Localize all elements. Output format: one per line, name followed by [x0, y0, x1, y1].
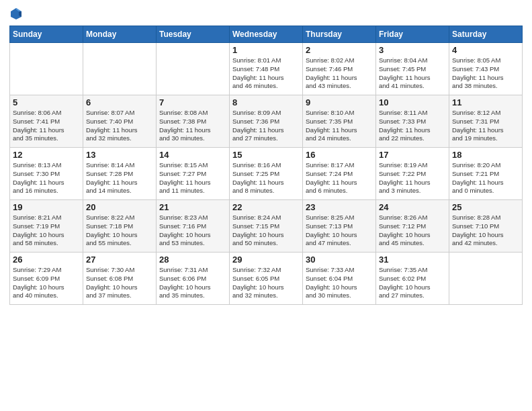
header: [9, 7, 523, 20]
day-number: 18: [452, 150, 519, 160]
day-info: Sunrise: 7:33 AM Sunset: 6:04 PM Dayligh…: [306, 266, 373, 300]
calendar-cell: [157, 43, 230, 95]
day-number: 1: [232, 45, 300, 55]
day-number: 31: [379, 255, 446, 265]
day-info: Sunrise: 7:31 AM Sunset: 6:06 PM Dayligh…: [159, 266, 226, 300]
day-info: Sunrise: 8:11 AM Sunset: 7:33 PM Dayligh…: [379, 109, 446, 143]
calendar-cell: 21Sunrise: 8:23 AM Sunset: 7:16 PM Dayli…: [157, 200, 230, 253]
day-number: 23: [306, 202, 373, 212]
day-number: 29: [232, 255, 300, 265]
day-info: Sunrise: 8:02 AM Sunset: 7:46 PM Dayligh…: [306, 56, 373, 91]
week-row-2: 5Sunrise: 8:06 AM Sunset: 7:41 PM Daylig…: [10, 95, 523, 148]
day-info: Sunrise: 8:22 AM Sunset: 7:18 PM Dayligh…: [86, 214, 153, 248]
day-info: Sunrise: 8:28 AM Sunset: 7:10 PM Dayligh…: [452, 214, 519, 248]
calendar-cell: 22Sunrise: 8:24 AM Sunset: 7:15 PM Dayli…: [230, 200, 303, 253]
day-number: 6: [86, 97, 153, 107]
day-number: 21: [159, 202, 226, 212]
day-number: 8: [232, 97, 300, 107]
day-number: 26: [13, 255, 80, 265]
day-info: Sunrise: 8:13 AM Sunset: 7:30 PM Dayligh…: [13, 161, 80, 195]
logo: [9, 7, 26, 20]
calendar-header-row: SundayMondayTuesdayWednesdayThursdayFrid…: [10, 26, 523, 43]
day-info: Sunrise: 8:07 AM Sunset: 7:40 PM Dayligh…: [86, 109, 153, 143]
day-info: Sunrise: 8:10 AM Sunset: 7:35 PM Dayligh…: [306, 109, 373, 143]
day-header-sunday: Sunday: [10, 26, 83, 43]
calendar-cell: 12Sunrise: 8:13 AM Sunset: 7:30 PM Dayli…: [10, 148, 83, 200]
day-info: Sunrise: 8:26 AM Sunset: 7:12 PM Dayligh…: [379, 214, 446, 248]
calendar-cell: 16Sunrise: 8:17 AM Sunset: 7:24 PM Dayli…: [303, 148, 376, 200]
day-info: Sunrise: 8:20 AM Sunset: 7:21 PM Dayligh…: [452, 161, 519, 195]
day-info: Sunrise: 8:09 AM Sunset: 7:36 PM Dayligh…: [232, 109, 300, 143]
day-number: 3: [379, 45, 446, 55]
day-number: 16: [306, 150, 373, 160]
calendar-cell: [10, 43, 83, 95]
day-number: 9: [306, 97, 373, 107]
calendar-cell: 6Sunrise: 8:07 AM Sunset: 7:40 PM Daylig…: [83, 95, 157, 148]
logo-icon: [9, 7, 23, 20]
day-header-wednesday: Wednesday: [230, 26, 303, 43]
calendar-cell: 26Sunrise: 7:29 AM Sunset: 6:09 PM Dayli…: [10, 253, 83, 305]
day-number: 2: [306, 45, 373, 55]
day-number: 25: [452, 202, 519, 212]
day-info: Sunrise: 8:01 AM Sunset: 7:48 PM Dayligh…: [232, 56, 300, 91]
day-number: 11: [452, 97, 519, 107]
day-header-saturday: Saturday: [449, 26, 523, 43]
calendar-cell: 3Sunrise: 8:04 AM Sunset: 7:45 PM Daylig…: [376, 43, 449, 95]
calendar-cell: 23Sunrise: 8:25 AM Sunset: 7:13 PM Dayli…: [303, 200, 376, 253]
calendar-cell: 13Sunrise: 8:14 AM Sunset: 7:28 PM Dayli…: [83, 148, 157, 200]
calendar-cell: 24Sunrise: 8:26 AM Sunset: 7:12 PM Dayli…: [376, 200, 449, 253]
day-info: Sunrise: 8:25 AM Sunset: 7:13 PM Dayligh…: [306, 214, 373, 248]
day-info: Sunrise: 8:17 AM Sunset: 7:24 PM Dayligh…: [306, 161, 373, 195]
calendar-cell: 29Sunrise: 7:32 AM Sunset: 6:05 PM Dayli…: [230, 253, 303, 305]
day-number: 5: [13, 97, 80, 107]
calendar-cell: 20Sunrise: 8:22 AM Sunset: 7:18 PM Dayli…: [83, 200, 157, 253]
week-row-1: 1Sunrise: 8:01 AM Sunset: 7:48 PM Daylig…: [10, 43, 523, 95]
day-number: 28: [159, 255, 226, 265]
day-number: 20: [86, 202, 153, 212]
calendar-cell: 27Sunrise: 7:30 AM Sunset: 6:08 PM Dayli…: [83, 253, 157, 305]
day-info: Sunrise: 8:23 AM Sunset: 7:16 PM Dayligh…: [159, 214, 226, 248]
calendar-cell: 28Sunrise: 7:31 AM Sunset: 6:06 PM Dayli…: [157, 253, 230, 305]
calendar-cell: 7Sunrise: 8:08 AM Sunset: 7:38 PM Daylig…: [157, 95, 230, 148]
calendar-cell: 17Sunrise: 8:19 AM Sunset: 7:22 PM Dayli…: [376, 148, 449, 200]
day-number: 12: [13, 150, 80, 160]
calendar-cell: [449, 253, 523, 305]
day-header-friday: Friday: [376, 26, 449, 43]
day-number: 7: [159, 97, 226, 107]
day-number: 22: [232, 202, 300, 212]
calendar-cell: 2Sunrise: 8:02 AM Sunset: 7:46 PM Daylig…: [303, 43, 376, 95]
page: SundayMondayTuesdayWednesdayThursdayFrid…: [0, 0, 532, 411]
day-number: 30: [306, 255, 373, 265]
calendar-cell: 10Sunrise: 8:11 AM Sunset: 7:33 PM Dayli…: [376, 95, 449, 148]
week-row-5: 26Sunrise: 7:29 AM Sunset: 6:09 PM Dayli…: [10, 253, 523, 305]
day-info: Sunrise: 7:29 AM Sunset: 6:09 PM Dayligh…: [13, 266, 80, 300]
day-info: Sunrise: 8:19 AM Sunset: 7:22 PM Dayligh…: [379, 161, 446, 195]
day-info: Sunrise: 8:06 AM Sunset: 7:41 PM Dayligh…: [13, 109, 80, 143]
day-number: 15: [232, 150, 300, 160]
calendar-cell: 11Sunrise: 8:12 AM Sunset: 7:31 PM Dayli…: [449, 95, 523, 148]
day-header-monday: Monday: [83, 26, 157, 43]
day-number: 14: [159, 150, 226, 160]
day-number: 24: [379, 202, 446, 212]
calendar-cell: 19Sunrise: 8:21 AM Sunset: 7:19 PM Dayli…: [10, 200, 83, 253]
calendar-cell: 5Sunrise: 8:06 AM Sunset: 7:41 PM Daylig…: [10, 95, 83, 148]
day-header-tuesday: Tuesday: [157, 26, 230, 43]
day-number: 13: [86, 150, 153, 160]
calendar-cell: 18Sunrise: 8:20 AM Sunset: 7:21 PM Dayli…: [449, 148, 523, 200]
calendar-cell: 1Sunrise: 8:01 AM Sunset: 7:48 PM Daylig…: [230, 43, 303, 95]
day-info: Sunrise: 8:16 AM Sunset: 7:25 PM Dayligh…: [232, 161, 300, 195]
day-number: 10: [379, 97, 446, 107]
day-info: Sunrise: 8:08 AM Sunset: 7:38 PM Dayligh…: [159, 109, 226, 143]
week-row-4: 19Sunrise: 8:21 AM Sunset: 7:19 PM Dayli…: [10, 200, 523, 253]
calendar-cell: 31Sunrise: 7:35 AM Sunset: 6:02 PM Dayli…: [376, 253, 449, 305]
calendar-cell: 15Sunrise: 8:16 AM Sunset: 7:25 PM Dayli…: [230, 148, 303, 200]
calendar-cell: [83, 43, 157, 95]
day-header-thursday: Thursday: [303, 26, 376, 43]
calendar-cell: 4Sunrise: 8:05 AM Sunset: 7:43 PM Daylig…: [449, 43, 523, 95]
calendar: SundayMondayTuesdayWednesdayThursdayFrid…: [9, 26, 523, 305]
calendar-cell: 25Sunrise: 8:28 AM Sunset: 7:10 PM Dayli…: [449, 200, 523, 253]
day-info: Sunrise: 8:15 AM Sunset: 7:27 PM Dayligh…: [159, 161, 226, 195]
day-info: Sunrise: 8:12 AM Sunset: 7:31 PM Dayligh…: [452, 109, 519, 143]
calendar-cell: 30Sunrise: 7:33 AM Sunset: 6:04 PM Dayli…: [303, 253, 376, 305]
day-info: Sunrise: 8:04 AM Sunset: 7:45 PM Dayligh…: [379, 56, 446, 91]
